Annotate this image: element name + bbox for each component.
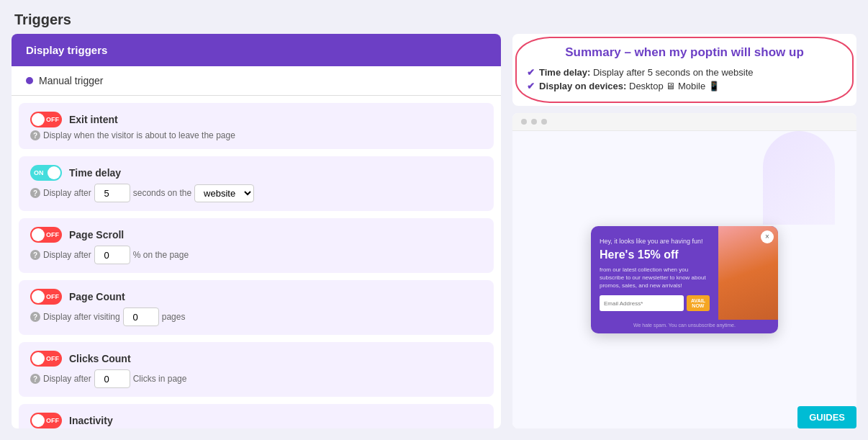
popup-text-side: Hey, it looks like you are having fun! H… <box>591 226 718 320</box>
time-delay-scope-select[interactable]: website page <box>194 184 254 202</box>
trigger-exit-intent: OFF Exit intent ? Display when the visit… <box>19 103 494 149</box>
toggle-clicks-count[interactable]: OFF <box>30 351 62 367</box>
popup-form: AVAIL NOW <box>600 295 710 311</box>
preview-window: × Hey, it looks like you are having fun!… <box>512 113 856 428</box>
triggers-list: OFF Exit intent ? Display when the visit… <box>12 96 501 428</box>
toggle-knob <box>32 113 45 126</box>
toggle-inactivity[interactable]: OFF <box>30 413 62 428</box>
trigger-desc-clicks-count: ? Display after Clicks in page <box>30 369 482 388</box>
popup-close-button[interactable]: × <box>761 230 774 243</box>
toggle-page-scroll[interactable]: OFF <box>30 227 62 243</box>
trigger-desc-exit-intent: ? Display when the visitor is about to l… <box>30 130 482 140</box>
time-delay-input[interactable] <box>94 184 130 202</box>
trigger-desc-page-count: ? Display after visiting pages <box>30 307 482 326</box>
popup-headline: Here's 15% off <box>600 248 710 261</box>
popup-inner: Hey, it looks like you are having fun! H… <box>591 226 778 320</box>
right-panel: Summary – when my poptin will show up ✔ … <box>512 34 856 428</box>
help-icon-time-delay[interactable]: ? <box>30 188 40 198</box>
popup-card: × Hey, it looks like you are having fun!… <box>591 226 778 334</box>
summary-title: Summary – when my poptin will show up <box>527 45 842 60</box>
popup-cta-button[interactable]: AVAIL NOW <box>687 295 710 311</box>
trigger-name-page-scroll: Page Scroll <box>69 229 124 241</box>
trigger-desc-time-delay: ? Display after seconds on the website p… <box>30 184 482 202</box>
toggle-page-count[interactable]: OFF <box>30 289 62 305</box>
toggle-time-delay[interactable]: ON <box>30 165 62 181</box>
summary-item-time-delay: ✔ Time delay: Display after 5 seconds on… <box>527 67 842 78</box>
trigger-name-exit-intent: Exit intent <box>69 114 118 125</box>
help-icon[interactable]: ? <box>30 130 40 140</box>
toggle-exit-intent[interactable]: OFF <box>30 112 62 127</box>
guides-button[interactable]: GUIDES <box>797 406 856 428</box>
toggle-label-off: OFF <box>46 417 59 424</box>
bg-character <box>763 131 835 225</box>
toggle-label-off: OFF <box>46 231 59 238</box>
help-icon-page-scroll[interactable]: ? <box>30 250 40 260</box>
page-scroll-input[interactable] <box>94 246 130 264</box>
summary-label-time-delay: Time delay: <box>539 67 590 78</box>
toggle-label-off: OFF <box>46 355 59 362</box>
window-dot-3 <box>541 119 547 125</box>
check-icon: ✔ <box>527 67 535 78</box>
window-dot-1 <box>521 119 527 125</box>
preview-content: × Hey, it looks like you are having fun!… <box>512 131 856 428</box>
page-title: Triggers <box>0 0 868 34</box>
manual-trigger-row: Manual trigger <box>12 66 501 95</box>
help-icon-clicks-count[interactable]: ? <box>30 374 40 384</box>
summary-label-devices: Display on devices: <box>539 81 626 91</box>
page-count-input[interactable] <box>123 307 159 326</box>
manual-trigger-dot <box>26 77 33 84</box>
trigger-clicks-count: OFF Clicks Count ? Display after Clicks … <box>19 342 494 397</box>
popup-fine-print: We hate spam. You can unsubscribe anytim… <box>591 320 778 333</box>
toggle-label-off: OFF <box>46 293 59 300</box>
trigger-inactivity: OFF Inactivity ? Display after seconds a… <box>19 404 494 428</box>
summary-item-devices: ✔ Display on devices: Desktop 🖥 Mobile 📱 <box>527 81 842 91</box>
display-triggers-header: Display triggers <box>12 34 501 66</box>
left-panel: Display triggers Manual trigger OFF Exit… <box>12 34 501 428</box>
trigger-desc-page-scroll: ? Display after % on the page <box>30 246 482 264</box>
help-icon-page-count[interactable]: ? <box>30 312 40 322</box>
popup-email-input[interactable] <box>600 295 684 311</box>
toggle-label-off: OFF <box>46 116 59 123</box>
toggle-knob-on <box>48 166 60 179</box>
toggle-label-on: ON <box>34 169 44 176</box>
trigger-page-scroll: OFF Page Scroll ? Display after % on the… <box>19 218 494 273</box>
trigger-name-page-count: Page Count <box>69 291 125 302</box>
toggle-knob <box>32 290 45 303</box>
clicks-count-input[interactable] <box>94 369 130 388</box>
manual-trigger-label: Manual trigger <box>39 75 104 86</box>
popup-body: from our latest collection when you subs… <box>600 266 710 290</box>
summary-box: Summary – when my poptin will show up ✔ … <box>512 34 856 106</box>
toggle-knob <box>32 414 45 427</box>
window-bar <box>512 113 856 131</box>
trigger-name-inactivity: Inactivity <box>69 415 113 426</box>
trigger-name-time-delay: Time delay <box>69 167 121 179</box>
check-icon-devices: ✔ <box>527 81 535 91</box>
trigger-name-clicks-count: Clicks Count <box>69 353 131 364</box>
toggle-knob <box>32 352 45 365</box>
popup-subtitle: Hey, it looks like you are having fun! <box>600 238 710 245</box>
trigger-page-count: OFF Page Count ? Display after visiting … <box>19 280 494 335</box>
trigger-time-delay: ON Time delay ? Display after seconds on… <box>19 156 494 211</box>
window-dot-2 <box>531 119 537 125</box>
toggle-knob <box>32 228 45 241</box>
